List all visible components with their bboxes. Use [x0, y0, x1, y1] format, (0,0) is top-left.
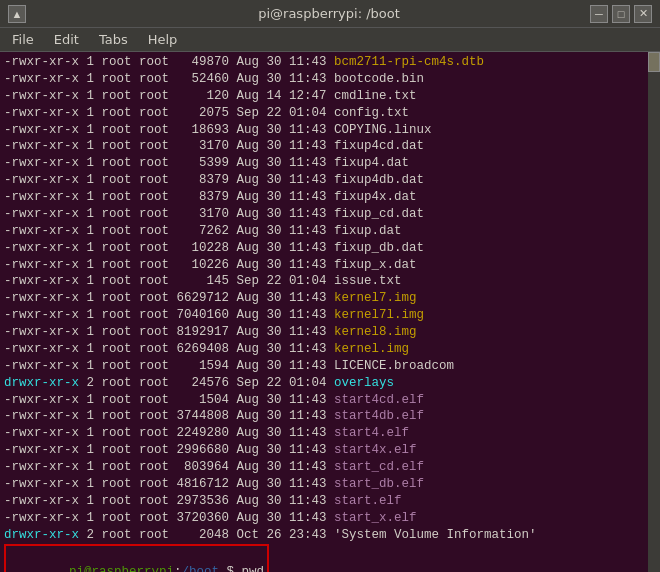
file-entry: -rwxr-xr-x 1 root root 52460 Aug 30 11:4…: [4, 71, 656, 88]
file-entry: -rwxr-xr-x 1 root root 2996680 Aug 30 11…: [4, 442, 656, 459]
file-entry: -rwxr-xr-x 1 root root 8379 Aug 30 11:43…: [4, 172, 656, 189]
maximize-button[interactable]: □: [612, 5, 630, 23]
file-entry: -rwxr-xr-x 1 root root 6269408 Aug 30 11…: [4, 341, 656, 358]
minimize-button[interactable]: ─: [590, 5, 608, 23]
file-entry: -rwxr-xr-x 1 root root 3720360 Aug 30 11…: [4, 510, 656, 527]
command-section: pi@raspberrypi:/boot $ pwd /boot: [4, 544, 269, 572]
file-entry: -rwxr-xr-x 1 root root 2973536 Aug 30 11…: [4, 493, 656, 510]
file-entry: -rwxr-xr-x 1 root root 49870 Aug 30 11:4…: [4, 54, 656, 71]
scrollbar-track[interactable]: [648, 52, 660, 572]
file-entry: -rwxr-xr-x 1 root root 3744808 Aug 30 11…: [4, 408, 656, 425]
file-entry: -rwxr-xr-x 1 root root 6629712 Aug 30 11…: [4, 290, 656, 307]
file-entry: -rwxr-xr-x 1 root root 5399 Aug 30 11:43…: [4, 155, 656, 172]
menu-help[interactable]: Help: [140, 30, 186, 49]
menu-file[interactable]: File: [4, 30, 42, 49]
menu-edit[interactable]: Edit: [46, 30, 87, 49]
pwd-command: pi@raspberrypi:/boot $ pwd: [9, 547, 264, 572]
scroll-up-btn[interactable]: ▲: [8, 5, 26, 23]
file-entry: -rwxr-xr-x 1 root root 145 Sep 22 01:04 …: [4, 273, 656, 290]
file-entry: -rwxr-xr-x 1 root root 7040160 Aug 30 11…: [4, 307, 656, 324]
file-entry: -rwxr-xr-x 1 root root 1594 Aug 30 11:43…: [4, 358, 656, 375]
file-entry: -rwxr-xr-x 1 root root 10228 Aug 30 11:4…: [4, 240, 656, 257]
file-entry: -rwxr-xr-x 1 root root 8379 Aug 30 11:43…: [4, 189, 656, 206]
file-entry: -rwxr-xr-x 1 root root 3170 Aug 30 11:43…: [4, 206, 656, 223]
file-entry: drwxr-xr-x 2 root root 2048 Oct 26 23:43…: [4, 527, 656, 544]
window-title: pi@raspberrypi: /boot: [68, 6, 590, 21]
file-entry: -rwxr-xr-x 1 root root 1504 Aug 30 11:43…: [4, 392, 656, 409]
terminal-content: -rwxr-xr-x 1 root root 49870 Aug 30 11:4…: [0, 52, 660, 572]
menu-tabs[interactable]: Tabs: [91, 30, 136, 49]
title-bar: ▲ pi@raspberrypi: /boot ─ □ ✕: [0, 0, 660, 28]
file-entry: -rwxr-xr-x 1 root root 2075 Sep 22 01:04…: [4, 105, 656, 122]
file-entry: -rwxr-xr-x 1 root root 18693 Aug 30 11:4…: [4, 122, 656, 139]
file-entry: -rwxr-xr-x 1 root root 2249280 Aug 30 11…: [4, 425, 656, 442]
scrollbar-thumb[interactable]: [648, 52, 660, 72]
file-entry: -rwxr-xr-x 1 root root 10226 Aug 30 11:4…: [4, 257, 656, 274]
menu-bar: File Edit Tabs Help: [0, 28, 660, 52]
close-button[interactable]: ✕: [634, 5, 652, 23]
file-listing: -rwxr-xr-x 1 root root 49870 Aug 30 11:4…: [4, 54, 656, 543]
file-entry: drwxr-xr-x 2 root root 24576 Sep 22 01:0…: [4, 375, 656, 392]
file-entry: -rwxr-xr-x 1 root root 803964 Aug 30 11:…: [4, 459, 656, 476]
file-entry: -rwxr-xr-x 1 root root 120 Aug 14 12:47 …: [4, 88, 656, 105]
terminal[interactable]: -rwxr-xr-x 1 root root 49870 Aug 30 11:4…: [0, 52, 660, 572]
file-entry: -rwxr-xr-x 1 root root 7262 Aug 30 11:43…: [4, 223, 656, 240]
file-entry: -rwxr-xr-x 1 root root 8192917 Aug 30 11…: [4, 324, 656, 341]
file-entry: -rwxr-xr-x 1 root root 3170 Aug 30 11:43…: [4, 138, 656, 155]
file-entry: -rwxr-xr-x 1 root root 4816712 Aug 30 11…: [4, 476, 656, 493]
